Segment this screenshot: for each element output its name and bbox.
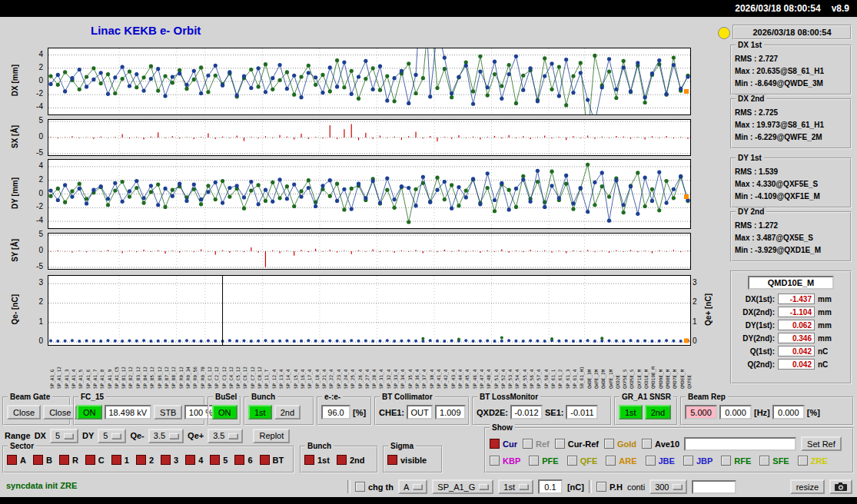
- checkbox-jbe[interactable]: JBE: [646, 456, 675, 466]
- checkbox-indicator[interactable]: [33, 455, 43, 465]
- checkbox-indicator[interactable]: [555, 439, 565, 449]
- checkbox-indicator[interactable]: [234, 455, 244, 465]
- interval-select[interactable]: 300: [649, 479, 687, 494]
- bunch-2nd-button[interactable]: 2nd: [274, 405, 301, 419]
- checkbox-jbp[interactable]: JBP: [683, 456, 713, 466]
- bpm-label: SP_A1_8: [99, 349, 105, 389]
- checkbox-indicator[interactable]: [136, 455, 146, 465]
- checkbox-qfe[interactable]: QFE: [567, 456, 598, 466]
- beam-gate-close-button-2[interactable]: Close: [43, 405, 77, 419]
- checkbox-indicator[interactable]: [604, 439, 614, 449]
- resize-button[interactable]: resize: [790, 479, 825, 494]
- checkbox-a[interactable]: A: [7, 455, 26, 465]
- checkbox-ph[interactable]: P.H: [596, 482, 623, 492]
- ref-entry[interactable]: [684, 437, 796, 451]
- monitor-unit: mm: [818, 295, 832, 303]
- fc15-stb-button[interactable]: STB: [154, 405, 182, 419]
- checkbox-sfe[interactable]: SFE: [759, 456, 789, 466]
- bpm-label: SP_22_4: [328, 349, 334, 389]
- replot-button[interactable]: Replot: [253, 429, 290, 443]
- range-label: Range: [5, 431, 31, 440]
- range-dy-select[interactable]: 5: [98, 429, 126, 443]
- checkbox-label: 3: [174, 456, 178, 465]
- checkbox-4[interactable]: 4: [185, 455, 203, 465]
- range-qem-select[interactable]: 3.5: [148, 429, 184, 443]
- checkbox-indicator[interactable]: [7, 455, 17, 465]
- window-titlebar: 2026/03/18 08:00:54 v8.9: [0, 0, 857, 17]
- checkbox-cur[interactable]: Cur: [490, 439, 517, 449]
- bpm-label: QWFE_1M: [608, 349, 613, 389]
- sector-select[interactable]: A: [398, 479, 427, 494]
- checkbox-indicator[interactable]: [798, 456, 808, 466]
- checkbox-are[interactable]: ARE: [606, 456, 636, 466]
- busel-on-button[interactable]: ON: [212, 405, 238, 419]
- checkbox-bt[interactable]: BT: [260, 455, 284, 465]
- checkbox-indicator[interactable]: [387, 455, 397, 465]
- checkbox-3[interactable]: 3: [161, 455, 178, 465]
- checkbox-1[interactable]: 1: [111, 455, 129, 465]
- checkbox-gold[interactable]: Gold: [604, 439, 636, 449]
- checkbox-zre[interactable]: ZRE: [798, 456, 828, 466]
- checkbox-indicator[interactable]: [490, 456, 500, 466]
- bpm-label: SP_51_4: [493, 349, 499, 389]
- tick-label: 0: [693, 337, 697, 345]
- checkbox-2nd[interactable]: 2nd: [337, 455, 365, 465]
- checkbox-chg-th[interactable]: chg th: [355, 482, 394, 492]
- checkbox-r[interactable]: R: [59, 455, 78, 465]
- checkbox-2[interactable]: 2: [136, 455, 154, 465]
- interval-entry[interactable]: [692, 480, 736, 494]
- checkbox-indicator[interactable]: [161, 455, 171, 465]
- fc15-on-button[interactable]: ON: [77, 405, 102, 419]
- checkbox-indicator[interactable]: [260, 455, 270, 465]
- range-dx-select[interactable]: 5: [50, 429, 78, 443]
- bpm-select[interactable]: SP_A1_G: [432, 479, 493, 494]
- beam-gate-close-button-1[interactable]: Close: [7, 405, 41, 419]
- bpm-label: SP_55_4: [522, 349, 527, 389]
- checkbox-indicator[interactable]: [642, 439, 652, 449]
- checkbox-cur-ref[interactable]: Cur-Ref: [555, 439, 599, 449]
- checkbox-indicator[interactable]: [185, 455, 195, 465]
- bunch-select[interactable]: 1st: [498, 479, 533, 494]
- checkbox-indicator[interactable]: [304, 455, 314, 465]
- checkbox-c[interactable]: C: [85, 455, 105, 465]
- bpm-label: SP_24_4: [343, 349, 348, 389]
- monitor-select[interactable]: QMD10E_M: [748, 276, 834, 290]
- stats-min: Min : -4.109@QXF1E_M: [735, 191, 847, 201]
- checkbox-pfe[interactable]: PFE: [529, 456, 558, 466]
- set-ref-button[interactable]: Set Ref: [801, 436, 842, 451]
- checkbox-indicator[interactable]: [85, 455, 95, 465]
- checkbox-rfe[interactable]: RFE: [721, 456, 751, 466]
- checkbox-ave10[interactable]: Ave10: [642, 439, 679, 449]
- bunch-1st-button[interactable]: 1st: [248, 405, 272, 419]
- checkbox-indicator[interactable]: [337, 455, 347, 465]
- checkbox-visible[interactable]: visible: [387, 455, 427, 465]
- checkbox-indicator[interactable]: [646, 456, 656, 466]
- snsr-1st-button[interactable]: 1st: [619, 405, 643, 419]
- plot-dy: [48, 159, 691, 229]
- range-qep-select[interactable]: 3.5: [208, 429, 243, 443]
- screenshot-button[interactable]: [829, 479, 852, 494]
- checkbox-indicator[interactable]: [490, 439, 500, 449]
- checkbox-indicator[interactable]: [721, 456, 731, 466]
- checkbox-indicator[interactable]: [596, 482, 606, 492]
- checkbox-indicator[interactable]: [210, 455, 220, 465]
- bpm-label: SP_B3_12: [135, 349, 141, 389]
- checkbox-ref[interactable]: Ref: [523, 439, 550, 449]
- checkbox-b[interactable]: B: [33, 455, 52, 465]
- checkbox-indicator[interactable]: [683, 456, 693, 466]
- checkbox-indicator[interactable]: [606, 456, 616, 466]
- checkbox-kbp[interactable]: KBP: [490, 456, 520, 466]
- checkbox-indicator[interactable]: [567, 456, 577, 466]
- checkbox-indicator[interactable]: [111, 455, 121, 465]
- checkbox-indicator[interactable]: [529, 456, 539, 466]
- snsr-2nd-button[interactable]: 2nd: [645, 405, 671, 419]
- monitor-panel: QMD10E_M DX(1st): -1.437 mm DX(2nd): -1.…: [730, 270, 852, 384]
- bpm-label: SP_B7_12: [164, 349, 169, 389]
- checkbox-1st[interactable]: 1st: [304, 455, 330, 465]
- checkbox-indicator[interactable]: [759, 456, 769, 466]
- checkbox-indicator[interactable]: [355, 482, 365, 492]
- checkbox-indicator[interactable]: [523, 439, 533, 449]
- checkbox-indicator[interactable]: [59, 455, 69, 465]
- checkbox-6[interactable]: 6: [234, 455, 252, 465]
- checkbox-5[interactable]: 5: [210, 455, 228, 465]
